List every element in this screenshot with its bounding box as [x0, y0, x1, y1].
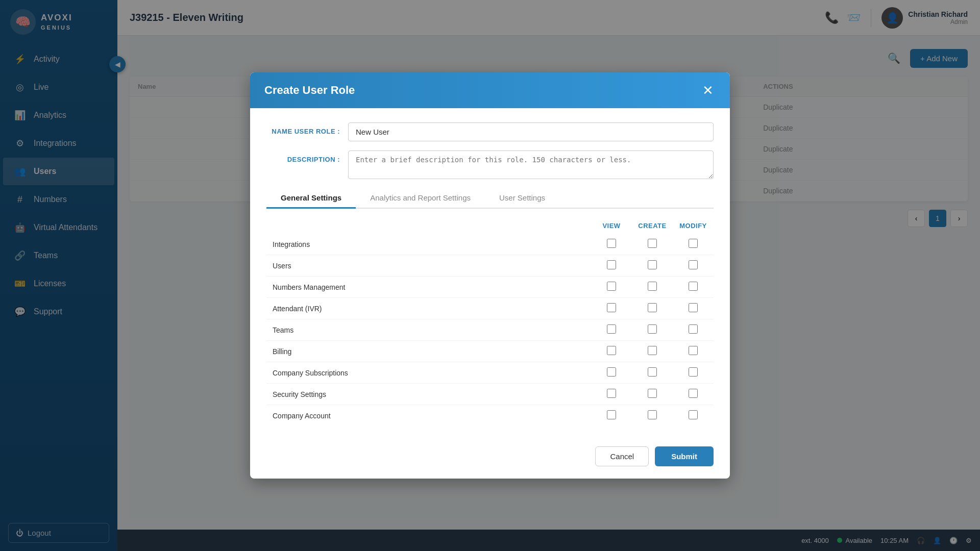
- perm-modify-checkbox-4[interactable]: [689, 324, 698, 334]
- perm-modify-2: [673, 277, 714, 298]
- submit-button[interactable]: Submit: [655, 446, 714, 466]
- modal-footer: Cancel Submit: [250, 438, 730, 479]
- perm-modify-0: [673, 234, 714, 255]
- perm-name-1: Users: [266, 255, 591, 277]
- description-input[interactable]: [348, 151, 714, 179]
- perm-name-4: Teams: [266, 319, 591, 341]
- perm-row: Company Account: [266, 405, 714, 427]
- perm-create-1: [632, 255, 673, 277]
- perm-create-checkbox-8[interactable]: [648, 410, 657, 419]
- perm-view-checkbox-2[interactable]: [607, 282, 616, 291]
- perm-view-1: [591, 255, 632, 277]
- perm-create-4: [632, 319, 673, 341]
- perm-create-2: [632, 277, 673, 298]
- perm-modify-5: [673, 341, 714, 362]
- perm-row: Attendant (IVR): [266, 298, 714, 319]
- perm-view-checkbox-4[interactable]: [607, 324, 616, 334]
- perm-modify-checkbox-1[interactable]: [689, 260, 698, 269]
- modal-overlay[interactable]: Create User Role ✕ NAME USER ROLE : DESC…: [0, 0, 980, 551]
- perm-create-checkbox-2[interactable]: [648, 282, 657, 291]
- perm-create-8: [632, 405, 673, 427]
- name-label: NAME USER ROLE :: [266, 122, 348, 135]
- perm-row: Numbers Management: [266, 277, 714, 298]
- perm-row: Teams: [266, 319, 714, 341]
- perm-create-checkbox-5[interactable]: [648, 346, 657, 355]
- perm-modify-checkbox-6[interactable]: [689, 367, 698, 377]
- perm-view-checkbox-0[interactable]: [607, 239, 616, 248]
- perm-view-5: [591, 341, 632, 362]
- perm-create-7: [632, 384, 673, 405]
- perm-modify-checkbox-3[interactable]: [689, 303, 698, 312]
- perm-view-7: [591, 384, 632, 405]
- create-user-role-modal: Create User Role ✕ NAME USER ROLE : DESC…: [250, 72, 730, 479]
- perm-name-7: Security Settings: [266, 384, 591, 405]
- permissions-table: VIEW CREATE MODIFY Integrations Users Nu…: [266, 218, 714, 426]
- perm-row: Company Subscriptions: [266, 362, 714, 384]
- perm-name-0: Integrations: [266, 234, 591, 255]
- perm-modify-4: [673, 319, 714, 341]
- perm-row: Integrations: [266, 234, 714, 255]
- perm-view-6: [591, 362, 632, 384]
- perm-view-checkbox-3[interactable]: [607, 303, 616, 312]
- perm-name-3: Attendant (IVR): [266, 298, 591, 319]
- perm-modify-checkbox-5[interactable]: [689, 346, 698, 355]
- perm-create-checkbox-0[interactable]: [648, 239, 657, 248]
- perm-modify-6: [673, 362, 714, 384]
- perm-view-2: [591, 277, 632, 298]
- perm-row: Billing: [266, 341, 714, 362]
- tab-general-settings[interactable]: General Settings: [266, 188, 356, 209]
- desc-label: DESCRIPTION :: [266, 151, 348, 163]
- perm-modify-checkbox-7[interactable]: [689, 389, 698, 398]
- perm-modify-checkbox-8[interactable]: [689, 410, 698, 419]
- perm-view-checkbox-7[interactable]: [607, 389, 616, 398]
- modal-close-button[interactable]: ✕: [700, 84, 716, 97]
- perm-view-checkbox-8[interactable]: [607, 410, 616, 419]
- perm-view-checkbox-1[interactable]: [607, 260, 616, 269]
- perm-name-5: Billing: [266, 341, 591, 362]
- perm-create-checkbox-1[interactable]: [648, 260, 657, 269]
- perm-modify-checkbox-0[interactable]: [689, 239, 698, 248]
- perm-row: Security Settings: [266, 384, 714, 405]
- cancel-button[interactable]: Cancel: [595, 446, 649, 466]
- perm-modify-8: [673, 405, 714, 427]
- perm-modify-7: [673, 384, 714, 405]
- col-create: CREATE: [632, 218, 673, 234]
- perm-name-8: Company Account: [266, 405, 591, 427]
- perm-create-5: [632, 341, 673, 362]
- close-icon: ✕: [702, 83, 714, 98]
- modal-tabs: General Settings Analytics and Report Se…: [266, 188, 714, 209]
- perm-create-checkbox-4[interactable]: [648, 324, 657, 334]
- perm-modify-1: [673, 255, 714, 277]
- perm-row: Users: [266, 255, 714, 277]
- perm-view-checkbox-6[interactable]: [607, 367, 616, 377]
- name-input[interactable]: [348, 122, 714, 141]
- perm-view-4: [591, 319, 632, 341]
- perm-view-3: [591, 298, 632, 319]
- perm-view-checkbox-5[interactable]: [607, 346, 616, 355]
- perm-create-checkbox-6[interactable]: [648, 367, 657, 377]
- perm-create-checkbox-3[interactable]: [648, 303, 657, 312]
- name-field-row: NAME USER ROLE :: [266, 122, 714, 141]
- perm-create-6: [632, 362, 673, 384]
- col-view: VIEW: [591, 218, 632, 234]
- perm-create-3: [632, 298, 673, 319]
- perm-modify-3: [673, 298, 714, 319]
- perm-name-2: Numbers Management: [266, 277, 591, 298]
- col-modify: MODIFY: [673, 218, 714, 234]
- tab-analytics-report-settings[interactable]: Analytics and Report Settings: [356, 188, 485, 209]
- perm-create-checkbox-7[interactable]: [648, 389, 657, 398]
- modal-body: NAME USER ROLE : DESCRIPTION : General S…: [250, 108, 730, 438]
- col-permission: [266, 218, 591, 234]
- perm-view-0: [591, 234, 632, 255]
- perm-create-0: [632, 234, 673, 255]
- perm-name-6: Company Subscriptions: [266, 362, 591, 384]
- description-field-row: DESCRIPTION :: [266, 151, 714, 179]
- tab-user-settings[interactable]: User Settings: [485, 188, 559, 209]
- modal-header: Create User Role ✕: [250, 72, 730, 108]
- perm-modify-checkbox-2[interactable]: [689, 282, 698, 291]
- perm-view-8: [591, 405, 632, 427]
- modal-title: Create User Role: [264, 84, 355, 97]
